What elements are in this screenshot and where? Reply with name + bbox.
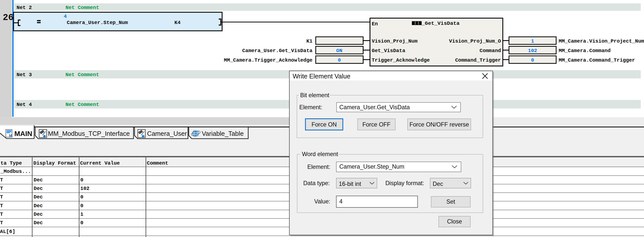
svg-text:Comment: Comment (147, 160, 168, 166)
svg-text:T: T (0, 177, 3, 183)
svg-text:Net 4: Net 4 (17, 102, 32, 107)
svg-text:Value:: Value: (314, 198, 330, 205)
svg-text:T: T (0, 186, 3, 191)
svg-text:Element:: Element: (307, 164, 330, 170)
svg-text:Dec: Dec (34, 194, 43, 200)
svg-text:_Modbus...: _Modbus... (0, 169, 31, 174)
svg-text:M: M (9, 133, 12, 138)
svg-text:Vision_Proj_Num_O: Vision_Proj_Num_O (449, 38, 501, 44)
svg-text:0: 0 (531, 57, 534, 63)
svg-text:16-bit int: 16-bit int (339, 181, 361, 187)
svg-text:Dec: Dec (34, 220, 43, 226)
svg-text:AL[6]: AL[6] (0, 229, 15, 234)
svg-text:0: 0 (80, 203, 83, 209)
svg-text:T: T (0, 211, 3, 217)
svg-text:ON: ON (336, 48, 342, 54)
svg-text:Dec: Dec (34, 203, 43, 209)
svg-text:Variable_Table: Variable_Table (202, 130, 244, 137)
svg-text:Vision_Proj_Num: Vision_Proj_Num (372, 38, 418, 44)
svg-text:1: 1 (531, 38, 534, 44)
svg-text:Display format:: Display format: (385, 180, 424, 186)
svg-text:ta Type: ta Type (1, 160, 22, 166)
svg-text:Force ON: Force ON (311, 121, 337, 128)
svg-text:0: 0 (80, 220, 83, 226)
svg-text:Trigger_Acknowledge: Trigger_Acknowledge (372, 57, 430, 63)
svg-text:Net Comment: Net Comment (66, 5, 99, 11)
svg-text:Command_Trigger: Command_Trigger (455, 57, 501, 63)
svg-text:K4: K4 (174, 20, 180, 26)
svg-text:1: 1 (80, 211, 83, 217)
svg-text:Camera_User.Get_VisData: Camera_User.Get_VisData (339, 104, 410, 110)
svg-text:Dec: Dec (433, 181, 443, 187)
svg-text:Command: Command (480, 48, 501, 54)
svg-text:_Get_VisData: _Get_VisData (421, 21, 460, 26)
svg-text:MM_Camera.Command: MM_Camera.Command (559, 48, 611, 54)
svg-text:Data type:: Data type: (303, 180, 330, 186)
svg-text:Net Comment: Net Comment (66, 72, 99, 78)
svg-text:26: 26 (3, 13, 14, 23)
svg-text:Dec: Dec (34, 186, 43, 191)
svg-text:T: T (0, 203, 3, 209)
svg-text:4: 4 (339, 198, 343, 205)
svg-text:Get_VisData: Get_VisData (372, 48, 405, 54)
svg-text:Camera_User.Step_Num: Camera_User.Step_Num (339, 163, 404, 170)
svg-text:T: T (0, 220, 3, 226)
svg-text:MM_Camera.Vision_Project_Num: MM_Camera.Vision_Project_Num (559, 38, 644, 44)
svg-text:Dec: Dec (34, 211, 43, 217)
svg-text:Camera_User: Camera_User (147, 130, 187, 137)
svg-text:Bit element: Bit element (300, 92, 330, 98)
svg-text:Net Comment: Net Comment (66, 102, 99, 107)
svg-text:Camera_User.Get_VisData: Camera_User.Get_VisData (242, 48, 312, 54)
svg-text:Force OFF: Force OFF (362, 121, 391, 128)
svg-text:102: 102 (528, 48, 537, 54)
svg-text:Element:: Element: (299, 104, 322, 110)
svg-text:0: 0 (80, 177, 83, 183)
svg-text:K1: K1 (306, 38, 312, 44)
svg-text:Word element: Word element (302, 151, 338, 157)
svg-text:En: En (372, 21, 378, 27)
svg-text:Force ON/OFF reverse: Force ON/OFF reverse (409, 121, 469, 128)
svg-text:MM_Camera.Trigger_Acknowledge: MM_Camera.Trigger_Acknowledge (224, 57, 312, 63)
svg-text:MM_Camera.Command_Trigger: MM_Camera.Command_Trigger (559, 57, 635, 63)
svg-text:Display Format: Display Format (33, 160, 76, 166)
svg-text:T: T (0, 194, 3, 200)
svg-text:MAIN: MAIN (14, 130, 32, 138)
svg-text:4: 4 (64, 14, 67, 19)
svg-text:Current Value: Current Value (80, 160, 120, 166)
svg-text:Camera_User.Step_Num: Camera_User.Step_Num (67, 20, 128, 26)
svg-text:0: 0 (80, 194, 83, 200)
svg-text:Net 3: Net 3 (17, 72, 32, 78)
svg-text:Dec: Dec (34, 177, 43, 183)
svg-text:MM_Modbus_TCP_Interface: MM_Modbus_TCP_Interface (48, 130, 130, 137)
svg-text:0: 0 (338, 57, 341, 63)
svg-text:Set: Set (446, 198, 455, 205)
svg-text:Close: Close (447, 218, 462, 225)
svg-text:102: 102 (80, 186, 90, 191)
svg-text:Write Element Value: Write Element Value (293, 73, 350, 80)
svg-text:Net 2: Net 2 (17, 5, 32, 11)
